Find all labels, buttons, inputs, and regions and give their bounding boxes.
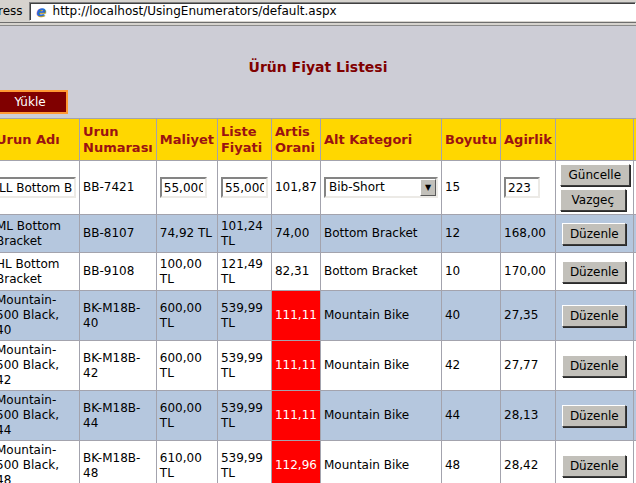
product-number-cell: BK-M18B-44	[80, 391, 157, 441]
liste-fiyati-cell: 539,99 TL	[217, 341, 271, 391]
artis-orani-cell: 82,31	[271, 253, 320, 291]
load-button[interactable]: Yükle	[0, 90, 68, 114]
page-body: Ürün Fiyat Listesi Yükle Urun Adı Urun N…	[0, 26, 636, 483]
agirlik-cell: 28,42	[501, 441, 556, 483]
table-row: ML Bottom Bracket BB-8107 74,92 TL 101,2…	[0, 215, 636, 253]
liste-fiyati-cell: 539,99 TL	[217, 291, 271, 341]
table-row: Mountain-500 Black, 40 BK-M18B-40 600,00…	[0, 291, 636, 341]
alt-kategori-select[interactable]: Bib-Short ▼	[324, 177, 438, 198]
table-row: Mountain-500 Black, 42 BK-M18B-42 600,00…	[0, 341, 636, 391]
name-edit-input[interactable]	[0, 177, 76, 198]
edit-button[interactable]: Düzenle	[562, 455, 626, 477]
edit-button[interactable]: Düzenle	[562, 261, 626, 283]
artis-orani-cell: 111,11	[271, 291, 320, 341]
alt-kategori-cell: Mountain Bike	[320, 441, 441, 483]
table-row: Mountain-500 Black, 44 BK-M18B-44 600,00…	[0, 391, 636, 441]
agirlik-cell: 168,00	[501, 215, 556, 253]
table-header: Urun Adı Urun Numarası Maliyet Liste Fiy…	[0, 119, 636, 161]
header-artis-orani: Artis Orani	[271, 119, 320, 161]
edit-button[interactable]: Düzenle	[562, 405, 626, 427]
liste-fiyati-cell: 101,24 TL	[217, 215, 271, 253]
product-name-cell: ML Bottom Bracket	[0, 215, 80, 253]
maliyet-cell: 600,00 TL	[156, 341, 217, 391]
agirlik-cell: 27,77	[501, 341, 556, 391]
boyutu-cell: 15	[441, 161, 500, 215]
product-number-cell: BB-7421	[80, 161, 157, 215]
agirlik-cell: 27,35	[501, 291, 556, 341]
update-button[interactable]: Güncelle	[560, 164, 630, 186]
maliyet-cell: 74,92 TL	[156, 215, 217, 253]
address-label: ress	[0, 4, 29, 18]
edit-button[interactable]: Düzenle	[562, 305, 626, 327]
alt-kategori-cell: Bottom Bracket	[320, 253, 441, 291]
product-number-cell: BK-M18B-42	[80, 341, 157, 391]
maliyet-cell: 100,00 TL	[156, 253, 217, 291]
product-number-cell: BB-9108	[80, 253, 157, 291]
header-urun-adi: Urun Adı	[0, 119, 80, 161]
alt-kategori-cell: Bottom Bracket	[320, 215, 441, 253]
boyutu-cell: 48	[441, 441, 500, 483]
page-title: Ürün Fiyat Listesi	[0, 59, 636, 75]
header-maliyet: Maliyet	[156, 119, 217, 161]
liste-fiyati-cell: 121,49 TL	[217, 253, 271, 291]
product-name-cell: Mountain-500 Black, 40	[0, 291, 80, 341]
header-boyutu: Boyutu	[441, 119, 500, 161]
agirlik-cell: 28,13	[501, 391, 556, 441]
product-name-cell: HL Bottom Bracket	[0, 253, 80, 291]
internet-explorer-icon: e	[32, 4, 49, 19]
edit-button[interactable]: Düzenle	[562, 355, 626, 377]
edit-button[interactable]: Düzenle	[562, 223, 626, 245]
liste-fiyati-cell: 539,99 TL	[217, 441, 271, 483]
product-name-cell: Mountain-500 Black, 42	[0, 341, 80, 391]
alt-kategori-selected-value: Bib-Short	[326, 180, 420, 195]
header-liste-fiyati: Liste Fiyati	[217, 119, 271, 161]
liste-fiyati-cell: 539,99 TL	[217, 391, 271, 441]
artis-orani-cell: 111,11	[271, 391, 320, 441]
address-bar: ress e http://localhost/UsingEnumerators…	[0, 0, 636, 22]
maliyet-cell: 610,00 TL	[156, 441, 217, 483]
table-row: Mountain-500 Black, 48 BK-M18B-48 610,00…	[0, 441, 636, 483]
maliyet-cell: 600,00 TL	[156, 291, 217, 341]
url-text[interactable]: http://localhost/UsingEnumerators/defaul…	[53, 4, 337, 18]
cancel-button[interactable]: Vazgeç	[560, 189, 626, 211]
header-agirlik: Agirlik	[501, 119, 556, 161]
boyutu-cell: 40	[441, 291, 500, 341]
product-number-cell: BK-M18B-48	[80, 441, 157, 483]
boyutu-cell: 44	[441, 391, 500, 441]
header-alt-kategori: Alt Kategori	[320, 119, 441, 161]
maliyet-cell: 600,00 TL	[156, 391, 217, 441]
boyutu-cell: 12	[441, 215, 500, 253]
artis-orani-cell: 101,87	[271, 161, 320, 215]
alt-kategori-cell: Mountain Bike	[320, 391, 441, 441]
boyutu-cell: 10	[441, 253, 500, 291]
product-rows: ML Bottom Bracket BB-8107 74,92 TL 101,2…	[0, 215, 636, 483]
header-urun-numarasi: Urun Numarası	[80, 119, 157, 161]
artis-orani-cell: 74,00	[271, 215, 320, 253]
product-number-cell: BB-8107	[80, 215, 157, 253]
agirlik-edit-input[interactable]	[504, 177, 540, 198]
product-name-cell: Mountain-500 Black, 48	[0, 441, 80, 483]
url-input[interactable]: e http://localhost/UsingEnumerators/defa…	[29, 2, 636, 21]
artis-orani-cell: 111,11	[271, 341, 320, 391]
maliyet-edit-input[interactable]	[160, 177, 207, 198]
chevron-down-icon[interactable]: ▼	[420, 179, 436, 196]
alt-kategori-cell: Mountain Bike	[320, 341, 441, 391]
liste-fiyati-edit-input[interactable]	[221, 177, 268, 198]
header-edit-column	[555, 119, 633, 161]
artis-orani-cell: 112,96	[271, 441, 320, 483]
product-number-cell: BK-M18B-40	[80, 291, 157, 341]
agirlik-cell: 170,00	[501, 253, 556, 291]
edit-mode-row: BB-7421 101,87 Bib-Short ▼ 15 Güncelle V…	[0, 161, 636, 215]
product-price-table: Urun Adı Urun Numarası Maliyet Liste Fiy…	[0, 118, 636, 483]
table-row: HL Bottom Bracket BB-9108 100,00 TL 121,…	[0, 253, 636, 291]
alt-kategori-cell: Mountain Bike	[320, 291, 441, 341]
boyutu-cell: 42	[441, 341, 500, 391]
product-name-cell: Mountain-500 Black, 44	[0, 391, 80, 441]
